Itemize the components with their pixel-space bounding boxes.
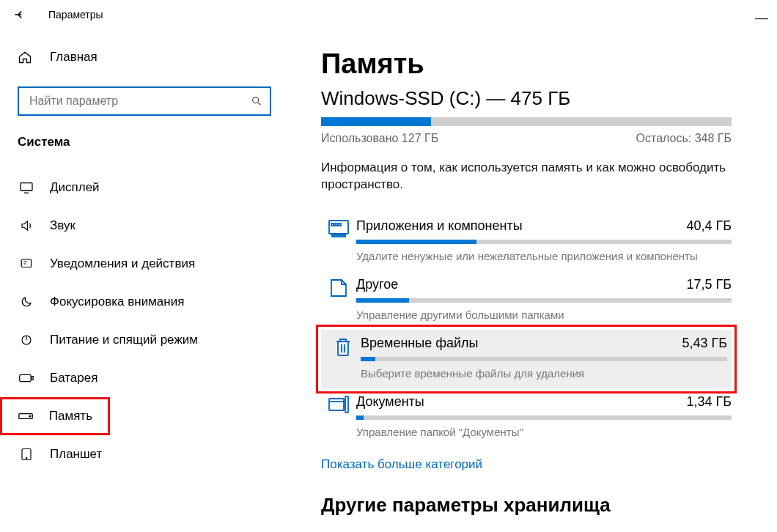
svg-rect-5: [32, 377, 33, 380]
sidebar-item-label: Питание и спящий режим: [50, 333, 198, 347]
svg-rect-15: [338, 341, 348, 355]
category-apps[interactable]: Приложения и компоненты 40,4 ГБ Удалите …: [321, 213, 732, 271]
category-title: Документы: [356, 394, 424, 410]
drive-name: Windows-SSD (C:) — 475 ГБ: [321, 87, 736, 110]
page-title: Память: [321, 48, 736, 80]
category-bar: [356, 415, 732, 420]
svg-rect-8: [22, 449, 31, 460]
used-label: Использовано 127 ГБ: [321, 132, 438, 145]
storage-bar: [321, 117, 732, 126]
search-icon: [251, 95, 262, 107]
svg-rect-13: [335, 223, 337, 226]
sidebar-item-label: Дисплей: [50, 180, 100, 195]
category-desc: Выберите временные файлы для удаления: [361, 367, 727, 380]
sidebar-item-label: Фокусировка внимания: [50, 295, 184, 309]
free-label: Осталось: 348 ГБ: [636, 132, 732, 145]
storage-meta: Использовано 127 ГБ Осталось: 348 ГБ: [321, 132, 732, 145]
search-input[interactable]: [29, 95, 251, 108]
svg-rect-11: [332, 235, 345, 237]
svg-rect-1: [21, 183, 32, 191]
svg-rect-2: [21, 259, 32, 267]
sidebar-item-sound[interactable]: Звук: [0, 207, 286, 245]
search-box[interactable]: [18, 86, 271, 116]
sidebar: Главная Система Дисплей Звук: [0, 29, 286, 532]
main-content: Память Windows-SSD (C:) — 475 ГБ Использ…: [286, 29, 777, 532]
svg-rect-14: [339, 223, 341, 226]
sidebar-item-focus[interactable]: Фокусировка внимания: [0, 283, 286, 321]
category-bar: [356, 240, 732, 244]
minimize-button[interactable]: —: [755, 10, 768, 26]
trash-icon: [325, 336, 361, 380]
svg-rect-17: [345, 396, 348, 413]
sidebar-item-label: Батарея: [50, 371, 97, 385]
svg-point-7: [29, 415, 31, 417]
titlebar: Параметры —: [0, 0, 777, 29]
sidebar-item-storage[interactable]: Память: [0, 397, 110, 435]
category-other[interactable]: Другое 17,5 ГБ Управление другими больши…: [321, 271, 732, 330]
category-documents[interactable]: Документы 1,34 ГБ Управление папкой "Док…: [321, 388, 732, 447]
sidebar-item-label: Память: [49, 409, 92, 424]
display-icon: [18, 182, 35, 193]
window-title: Параметры: [48, 9, 103, 21]
sidebar-home-label: Главная: [50, 50, 97, 64]
category-title: Другое: [356, 277, 398, 292]
next-section-title: Другие параметры хранилища: [321, 494, 736, 517]
sidebar-item-display[interactable]: Дисплей: [0, 169, 286, 207]
show-more-link[interactable]: Показать больше категорий: [321, 457, 736, 472]
category-size: 40,4 ГБ: [686, 218, 732, 234]
category-size: 5,43 ГБ: [682, 336, 727, 351]
svg-rect-16: [329, 399, 344, 410]
category-desc: Удалите ненужные или нежелательные прило…: [356, 250, 732, 262]
sidebar-home[interactable]: Главная: [0, 40, 286, 75]
sidebar-item-power[interactable]: Питание и спящий режим: [0, 321, 286, 359]
folder-icon: [321, 277, 356, 321]
home-icon: [18, 50, 35, 64]
sound-icon: [18, 219, 35, 232]
sidebar-item-label: Уведомления и действия: [50, 256, 195, 271]
back-button[interactable]: [9, 8, 31, 21]
sidebar-item-label: Звук: [50, 218, 76, 233]
power-icon: [18, 333, 35, 347]
category-size: 17,5 ГБ: [686, 277, 732, 292]
category-desc: Управление другими большими папками: [356, 309, 732, 321]
category-title: Приложения и компоненты: [356, 218, 523, 234]
documents-icon: [321, 394, 356, 438]
sidebar-category: Система: [0, 132, 286, 155]
notification-icon: [18, 257, 35, 270]
category-bar: [361, 357, 727, 361]
category-size: 1,34 ГБ: [686, 394, 732, 410]
moon-icon: [18, 295, 35, 309]
category-desc: Управление папкой "Документы": [356, 426, 732, 438]
tablet-icon: [18, 448, 35, 461]
battery-icon: [18, 373, 35, 383]
category-bar: [356, 298, 732, 303]
svg-rect-10: [329, 221, 348, 234]
sidebar-item-notifications[interactable]: Уведомления и действия: [0, 245, 286, 283]
category-temp-files[interactable]: Временные файлы 5,43 ГБ Выберите временн…: [321, 330, 732, 388]
storage-blurb: Информация о том, как используется памят…: [321, 160, 732, 193]
sidebar-item-label: Планшет: [50, 447, 102, 462]
storage-icon: [18, 413, 34, 420]
svg-point-0: [253, 97, 259, 103]
svg-rect-4: [20, 374, 31, 381]
sidebar-item-battery[interactable]: Батарея: [0, 359, 286, 397]
apps-icon: [321, 218, 356, 262]
svg-point-9: [26, 458, 27, 459]
sidebar-item-tablet[interactable]: Планшет: [0, 435, 286, 473]
category-title: Временные файлы: [361, 336, 479, 351]
storage-bar-used: [321, 117, 431, 126]
svg-rect-12: [331, 223, 334, 226]
